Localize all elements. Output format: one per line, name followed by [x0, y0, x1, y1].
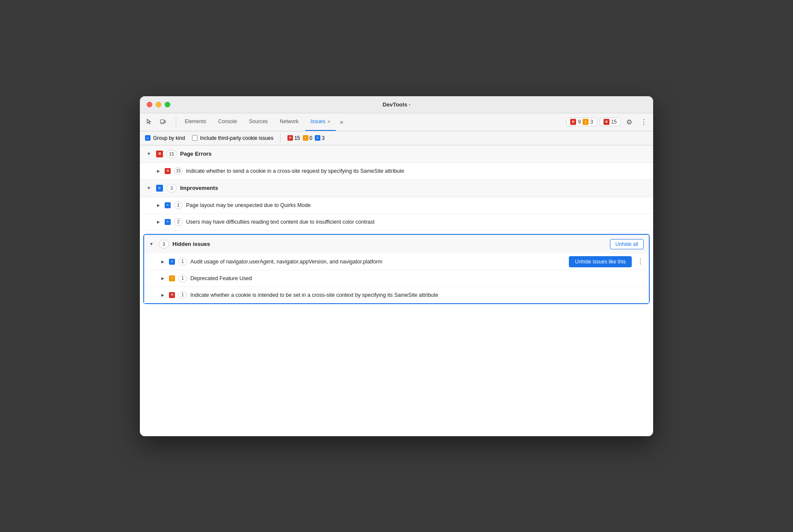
warning-count: 3: [590, 119, 593, 125]
row-arrow-nav: ▶: [161, 260, 166, 264]
hidden-issues-header[interactable]: ▼ 3 Hidden issues Unhide all: [144, 235, 649, 254]
third-party-checkbox[interactable]: Include third-party cookie issues: [192, 135, 273, 141]
error-count: 9: [578, 119, 581, 125]
group-by-kind-check-icon: ✓: [145, 135, 151, 141]
issue-row-samesite[interactable]: ▶ ✕ 15 Indicate whether to send a cookie…: [140, 163, 653, 180]
row-info-icon-contrast: ≡: [165, 219, 171, 225]
more-options-button[interactable]: ⋮: [638, 116, 650, 128]
maximize-button[interactable]: [165, 102, 170, 107]
improvements-icon: ≡: [156, 185, 163, 192]
toolbar-divider: [176, 117, 176, 127]
row-error-icon-cookie: ✕: [169, 292, 175, 298]
row-count-1-dep: 1: [178, 275, 187, 282]
unhide-like-tooltip[interactable]: Unhide issues like this: [569, 256, 632, 267]
issue-row-contrast[interactable]: ▶ ≡ 2 Users may have difficulties readin…: [140, 214, 653, 231]
filter-bar-divider: [280, 134, 281, 142]
tab-sources[interactable]: Sources: [244, 113, 273, 131]
tab-bar: Elements Console Sources Network Issues …: [140, 113, 653, 131]
main-content: ▼ ✕ 15 Page Errors ▶ ✕ 15 Indicate wheth…: [140, 145, 653, 436]
improvements-section-header[interactable]: ▼ ≡ 3 Improvements: [140, 180, 653, 197]
row-warning-icon-dep: !: [169, 275, 175, 281]
row-count-15: 15: [174, 167, 183, 175]
filter-counts: ✕ 15 ! 0 ≡ 3: [287, 135, 325, 141]
more-tabs-button[interactable]: »: [337, 117, 346, 127]
row-count-2-contrast: 2: [174, 218, 183, 226]
row-text-dep: Deprecated Feature Used: [190, 275, 642, 281]
hidden-issue-row-cookie[interactable]: ▶ ✕ 1 Indicate whether a cookie is inten…: [144, 287, 649, 303]
hidden-issue-row-navigator[interactable]: ▶ ≡ 1 Audit usage of navigator.userAgent…: [144, 254, 649, 270]
close-button[interactable]: [147, 102, 152, 107]
filter-warning-badge[interactable]: ! 0: [303, 135, 313, 141]
minimize-button[interactable]: [156, 102, 161, 107]
row-text-contrast: Users may have difficulties reading text…: [186, 219, 646, 225]
filter-error-badge[interactable]: ✕ 15: [287, 135, 300, 141]
error-warning-badge[interactable]: ✕ 9 ! 3: [566, 118, 597, 126]
filter-error-icon: ✕: [287, 135, 293, 141]
row-count-1-nav: 1: [178, 258, 187, 266]
row-arrow-quirks: ▶: [157, 203, 161, 207]
hidden-issues-section: ▼ 3 Hidden issues Unhide all ▶ ≡ 1 Audit…: [143, 234, 650, 304]
page-errors-icon: ✕: [156, 151, 163, 157]
row-arrow: ▶: [157, 169, 161, 173]
error-badge-icon: ✕: [570, 119, 576, 125]
row-arrow-cookie: ▶: [161, 293, 166, 297]
filter-info-badge[interactable]: ≡ 3: [315, 135, 325, 141]
row-text-quirks: Page layout may be unexpected due to Qui…: [186, 202, 646, 208]
unhide-all-button[interactable]: Unhide all: [610, 239, 644, 249]
hidden-arrow: ▼: [149, 242, 155, 246]
row-arrow-dep: ▶: [161, 276, 166, 281]
filter-bar: ✓ Group by kind Include third-party cook…: [140, 131, 653, 145]
row-count-1-quirks: 1: [174, 201, 183, 209]
filter-warning-icon: !: [303, 135, 308, 141]
traffic-lights: [147, 102, 170, 107]
tab-close-issues[interactable]: ✕: [327, 119, 331, 124]
issue-row-quirks[interactable]: ▶ ≡ 1 Page layout may be unexpected due …: [140, 197, 653, 214]
tab-elements[interactable]: Elements: [180, 113, 211, 131]
page-errors-count: 15: [166, 150, 177, 158]
tab-network[interactable]: Network: [275, 113, 304, 131]
improvements-count: 3: [166, 184, 177, 192]
window-title: DevTools ·: [383, 101, 411, 108]
row-text-samesite: Indicate whether to send a cookie in a c…: [186, 168, 646, 174]
row-count-1-cookie: 1: [178, 291, 187, 299]
filter-info-icon: ≡: [315, 135, 320, 141]
issues-error-icon: ✕: [604, 119, 610, 125]
tab-console[interactable]: Console: [213, 113, 242, 131]
hidden-issue-row-deprecated[interactable]: ▶ ! 1 Deprecated Feature Used: [144, 270, 649, 287]
page-errors-arrow: ▼: [147, 151, 153, 156]
devtools-window: DevTools · Elements Console: [140, 96, 653, 436]
tab-issues[interactable]: Issues ✕: [305, 113, 336, 131]
three-dots-menu[interactable]: ⋮: [637, 257, 644, 266]
toolbar-right: ✕ 9 ! 3 ✕ 15 ⚙ ⋮: [566, 116, 650, 128]
third-party-check-icon: [192, 135, 198, 141]
page-errors-section-header[interactable]: ▼ ✕ 15 Page Errors: [140, 145, 653, 163]
improvements-title: Improvements: [180, 185, 218, 191]
svg-rect-0: [160, 120, 164, 123]
warning-badge-icon: !: [583, 119, 589, 125]
svg-rect-1: [164, 121, 166, 123]
settings-button[interactable]: ⚙: [623, 116, 635, 128]
device-icon[interactable]: [157, 116, 169, 128]
row-text-cookie: Indicate whether a cookie is intended to…: [190, 292, 642, 298]
row-error-icon: ✕: [165, 168, 171, 174]
row-info-icon-quirks: ≡: [165, 202, 171, 208]
issues-count: 15: [611, 119, 617, 125]
issues-badge[interactable]: ✕ 15: [600, 118, 621, 126]
group-by-kind-checkbox[interactable]: ✓ Group by kind: [145, 135, 185, 141]
devtools-icons: [143, 116, 169, 128]
row-arrow-contrast: ▶: [157, 220, 161, 224]
page-errors-title: Page Errors: [180, 151, 212, 157]
hidden-title: Hidden issues: [172, 241, 210, 247]
improvements-arrow: ▼: [147, 186, 153, 190]
hidden-count: 3: [159, 240, 169, 248]
row-info-icon-nav: ≡: [169, 259, 175, 265]
inspect-icon[interactable]: [143, 116, 155, 128]
title-bar: DevTools ·: [140, 96, 653, 113]
